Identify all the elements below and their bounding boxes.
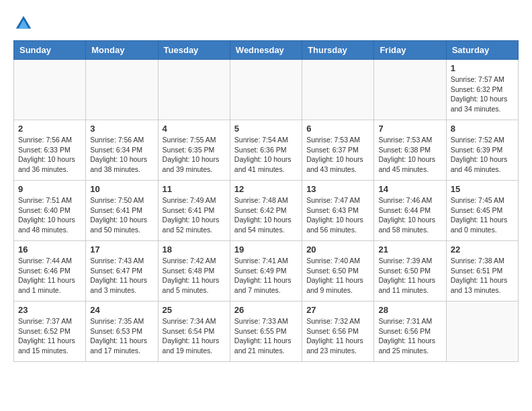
day-number: 6 xyxy=(306,124,369,134)
day-number: 23 xyxy=(18,305,81,315)
calendar-cell: 16Sunrise: 7:44 AM Sunset: 6:46 PM Dayli… xyxy=(14,241,86,302)
page-header xyxy=(13,13,519,34)
calendar-cell: 12Sunrise: 7:48 AM Sunset: 6:42 PM Dayli… xyxy=(230,181,302,241)
day-number: 20 xyxy=(306,244,369,255)
calendar-cell: 8Sunrise: 7:52 AM Sunset: 6:39 PM Daylig… xyxy=(446,120,518,181)
day-number: 7 xyxy=(378,124,441,134)
day-info: Sunrise: 7:56 AM Sunset: 6:33 PM Dayligh… xyxy=(18,135,81,175)
day-number: 22 xyxy=(451,244,514,255)
day-info: Sunrise: 7:40 AM Sunset: 6:50 PM Dayligh… xyxy=(306,256,369,295)
weekday-header-sunday: Sunday xyxy=(14,41,86,60)
calendar-week-5: 23Sunrise: 7:37 AM Sunset: 6:52 PM Dayli… xyxy=(14,302,519,362)
day-number: 26 xyxy=(234,305,298,315)
day-info: Sunrise: 7:54 AM Sunset: 6:36 PM Dayligh… xyxy=(234,135,298,175)
day-info: Sunrise: 7:39 AM Sunset: 6:50 PM Dayligh… xyxy=(378,256,441,295)
calendar-cell: 21Sunrise: 7:39 AM Sunset: 6:50 PM Dayli… xyxy=(374,241,446,302)
day-number: 4 xyxy=(163,124,226,134)
day-info: Sunrise: 7:56 AM Sunset: 6:34 PM Dayligh… xyxy=(90,135,153,175)
weekday-header-saturday: Saturday xyxy=(446,41,518,60)
day-number: 17 xyxy=(90,244,153,255)
calendar-cell: 19Sunrise: 7:41 AM Sunset: 6:49 PM Dayli… xyxy=(230,241,302,302)
calendar-cell: 10Sunrise: 7:50 AM Sunset: 6:41 PM Dayli… xyxy=(86,181,158,241)
calendar-table: SundayMondayTuesdayWednesdayThursdayFrid… xyxy=(13,40,519,362)
calendar-cell: 23Sunrise: 7:37 AM Sunset: 6:52 PM Dayli… xyxy=(14,302,86,362)
calendar-cell: 9Sunrise: 7:51 AM Sunset: 6:40 PM Daylig… xyxy=(14,181,86,241)
day-info: Sunrise: 7:34 AM Sunset: 6:54 PM Dayligh… xyxy=(163,316,226,356)
day-info: Sunrise: 7:31 AM Sunset: 6:56 PM Dayligh… xyxy=(378,316,441,356)
day-info: Sunrise: 7:47 AM Sunset: 6:43 PM Dayligh… xyxy=(306,195,369,235)
day-info: Sunrise: 7:46 AM Sunset: 6:44 PM Dayligh… xyxy=(378,195,441,235)
calendar-cell: 24Sunrise: 7:35 AM Sunset: 6:53 PM Dayli… xyxy=(86,302,158,362)
day-number: 24 xyxy=(90,305,153,315)
calendar-cell: 26Sunrise: 7:33 AM Sunset: 6:55 PM Dayli… xyxy=(230,302,302,362)
weekday-header-row: SundayMondayTuesdayWednesdayThursdayFrid… xyxy=(14,41,519,60)
day-number: 13 xyxy=(306,184,369,194)
calendar-cell: 20Sunrise: 7:40 AM Sunset: 6:50 PM Dayli… xyxy=(302,241,374,302)
day-number: 15 xyxy=(451,184,514,194)
day-number: 18 xyxy=(163,244,226,255)
calendar-cell: 15Sunrise: 7:45 AM Sunset: 6:45 PM Dayli… xyxy=(446,181,518,241)
day-number: 8 xyxy=(451,124,514,134)
calendar-cell: 14Sunrise: 7:46 AM Sunset: 6:44 PM Dayli… xyxy=(374,181,446,241)
calendar-cell: 18Sunrise: 7:42 AM Sunset: 6:48 PM Dayli… xyxy=(158,241,230,302)
calendar-cell xyxy=(14,60,86,120)
weekday-header-friday: Friday xyxy=(374,41,446,60)
day-info: Sunrise: 7:50 AM Sunset: 6:41 PM Dayligh… xyxy=(90,195,153,235)
day-number: 28 xyxy=(378,305,441,315)
calendar-cell: 17Sunrise: 7:43 AM Sunset: 6:47 PM Dayli… xyxy=(86,241,158,302)
weekday-header-wednesday: Wednesday xyxy=(230,41,302,60)
day-number: 14 xyxy=(378,184,441,194)
calendar-cell: 28Sunrise: 7:31 AM Sunset: 6:56 PM Dayli… xyxy=(374,302,446,362)
day-number: 5 xyxy=(234,124,298,134)
day-info: Sunrise: 7:37 AM Sunset: 6:52 PM Dayligh… xyxy=(18,316,81,356)
calendar-cell: 25Sunrise: 7:34 AM Sunset: 6:54 PM Dayli… xyxy=(158,302,230,362)
day-info: Sunrise: 7:44 AM Sunset: 6:46 PM Dayligh… xyxy=(18,256,81,295)
logo-icon xyxy=(13,13,34,34)
day-info: Sunrise: 7:48 AM Sunset: 6:42 PM Dayligh… xyxy=(234,195,298,235)
calendar-cell: 3Sunrise: 7:56 AM Sunset: 6:34 PM Daylig… xyxy=(86,120,158,181)
day-number: 3 xyxy=(90,124,153,134)
day-info: Sunrise: 7:51 AM Sunset: 6:40 PM Dayligh… xyxy=(18,195,81,235)
day-info: Sunrise: 7:55 AM Sunset: 6:35 PM Dayligh… xyxy=(163,135,226,175)
day-number: 12 xyxy=(234,184,298,194)
calendar-cell: 22Sunrise: 7:38 AM Sunset: 6:51 PM Dayli… xyxy=(446,241,518,302)
calendar-cell: 1Sunrise: 7:57 AM Sunset: 6:32 PM Daylig… xyxy=(446,60,518,120)
day-info: Sunrise: 7:38 AM Sunset: 6:51 PM Dayligh… xyxy=(451,256,514,295)
calendar-cell xyxy=(374,60,446,120)
calendar-week-4: 16Sunrise: 7:44 AM Sunset: 6:46 PM Dayli… xyxy=(14,241,519,302)
calendar-cell: 11Sunrise: 7:49 AM Sunset: 6:41 PM Dayli… xyxy=(158,181,230,241)
day-number: 16 xyxy=(18,244,81,255)
day-number: 21 xyxy=(378,244,441,255)
day-info: Sunrise: 7:32 AM Sunset: 6:56 PM Dayligh… xyxy=(306,316,369,356)
day-number: 25 xyxy=(163,305,226,315)
day-number: 2 xyxy=(18,124,81,134)
day-info: Sunrise: 7:42 AM Sunset: 6:48 PM Dayligh… xyxy=(163,256,226,295)
day-info: Sunrise: 7:33 AM Sunset: 6:55 PM Dayligh… xyxy=(234,316,298,356)
weekday-header-tuesday: Tuesday xyxy=(158,41,230,60)
day-number: 19 xyxy=(234,244,298,255)
day-number: 10 xyxy=(90,184,153,194)
calendar-cell: 27Sunrise: 7:32 AM Sunset: 6:56 PM Dayli… xyxy=(302,302,374,362)
day-info: Sunrise: 7:57 AM Sunset: 6:32 PM Dayligh… xyxy=(451,75,514,114)
calendar-cell: 5Sunrise: 7:54 AM Sunset: 6:36 PM Daylig… xyxy=(230,120,302,181)
logo xyxy=(13,13,36,34)
calendar-cell: 13Sunrise: 7:47 AM Sunset: 6:43 PM Dayli… xyxy=(302,181,374,241)
day-info: Sunrise: 7:53 AM Sunset: 6:38 PM Dayligh… xyxy=(378,135,441,175)
day-number: 9 xyxy=(18,184,81,194)
day-info: Sunrise: 7:41 AM Sunset: 6:49 PM Dayligh… xyxy=(234,256,298,295)
calendar-cell xyxy=(446,302,518,362)
calendar-week-1: 1Sunrise: 7:57 AM Sunset: 6:32 PM Daylig… xyxy=(14,60,519,120)
calendar-cell xyxy=(86,60,158,120)
day-info: Sunrise: 7:53 AM Sunset: 6:37 PM Dayligh… xyxy=(306,135,369,175)
calendar-cell xyxy=(158,60,230,120)
calendar-cell: 4Sunrise: 7:55 AM Sunset: 6:35 PM Daylig… xyxy=(158,120,230,181)
calendar-week-3: 9Sunrise: 7:51 AM Sunset: 6:40 PM Daylig… xyxy=(14,181,519,241)
day-info: Sunrise: 7:52 AM Sunset: 6:39 PM Dayligh… xyxy=(451,135,514,175)
day-number: 1 xyxy=(451,63,514,73)
day-info: Sunrise: 7:45 AM Sunset: 6:45 PM Dayligh… xyxy=(451,195,514,235)
calendar-cell: 2Sunrise: 7:56 AM Sunset: 6:33 PM Daylig… xyxy=(14,120,86,181)
calendar-week-2: 2Sunrise: 7:56 AM Sunset: 6:33 PM Daylig… xyxy=(14,120,519,181)
day-number: 11 xyxy=(163,184,226,194)
weekday-header-thursday: Thursday xyxy=(302,41,374,60)
day-info: Sunrise: 7:49 AM Sunset: 6:41 PM Dayligh… xyxy=(163,195,226,235)
